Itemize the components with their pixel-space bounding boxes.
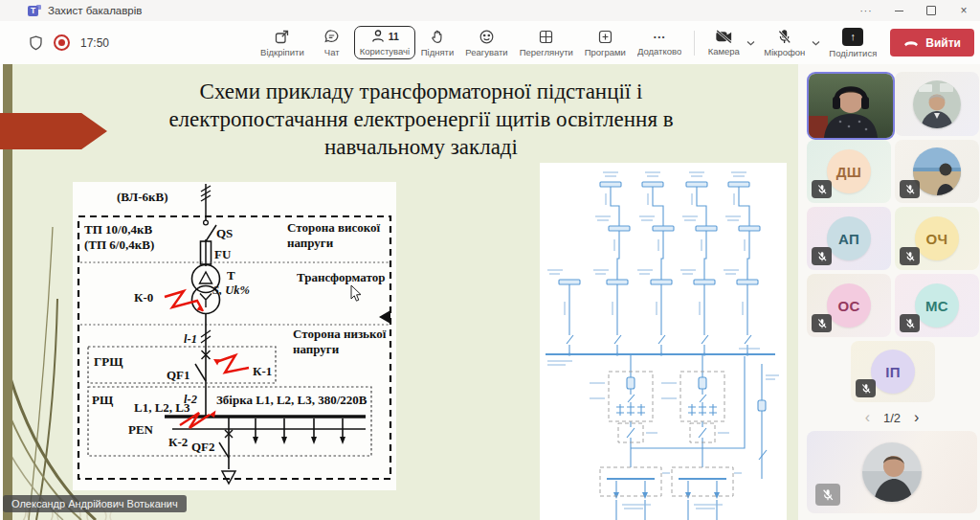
svg-text:К-0: К-0	[134, 290, 153, 305]
svg-text:Сторона високої: Сторона високої	[287, 220, 381, 235]
mic-muted-icon	[900, 180, 920, 198]
avatar-initials: ІП	[871, 350, 915, 394]
more-options-button[interactable]: ··· Додатково	[632, 27, 687, 59]
avatar	[862, 442, 922, 502]
security-shield-icon	[29, 35, 43, 51]
participant-tile-ap[interactable]: АП	[807, 207, 891, 270]
camera-off-icon	[715, 29, 733, 44]
svg-text:напруги: напруги	[293, 342, 340, 356]
svg-text:К-2: К-2	[168, 435, 188, 449]
participants-pagination: ‹ 1/2 ›	[798, 409, 980, 426]
svg-text:L1, L2, L3: L1, L2, L3	[134, 400, 190, 415]
recording-indicator-icon	[54, 34, 70, 51]
participant-tile-active-speaker[interactable]	[807, 72, 895, 140]
apps-plus-icon	[597, 29, 613, 45]
avatar-initials: ДШ	[827, 149, 871, 193]
people-button[interactable]: 11 Користувачі	[354, 26, 415, 59]
ellipsis-icon: ···	[654, 30, 666, 44]
svg-text:T: T	[227, 268, 235, 283]
chat-button[interactable]: Чат	[310, 26, 354, 60]
svg-text:l-1: l-1	[184, 332, 197, 346]
active-speaker-video	[809, 74, 893, 138]
apps-button[interactable]: Програми	[579, 26, 632, 60]
smiley-icon	[479, 29, 495, 45]
avatar-initials: ОС	[827, 283, 871, 328]
mic-off-icon	[776, 29, 792, 45]
avatar-initials: МС	[915, 283, 959, 328]
svg-text:К-1: К-1	[253, 364, 272, 378]
presenter-name-label: Олександр Андрійович Вотьканич	[3, 495, 187, 512]
participant-tile-photo-beach[interactable]	[895, 140, 979, 203]
svg-text:Трансформатор: Трансформатор	[297, 270, 385, 284]
participants-panel: ДШ АП	[798, 64, 980, 520]
participant-count: 11	[389, 31, 399, 42]
pagination-next-icon[interactable]: ›	[914, 409, 919, 426]
unpin-icon	[274, 29, 290, 45]
leave-button[interactable]: Вийти	[890, 29, 974, 57]
avatar-initials: ОЧ	[915, 216, 959, 260]
lighting-cad-diagram	[540, 163, 787, 520]
participant-tile-ms[interactable]: МС	[895, 274, 979, 337]
svg-text:РЩ: РЩ	[92, 393, 114, 407]
minimize-button[interactable]	[882, 0, 915, 21]
participant-tile-och[interactable]: ОЧ	[895, 207, 979, 270]
svg-text:напруги: напруги	[287, 236, 334, 250]
svg-text:ГРЩ: ГРЩ	[94, 354, 123, 369]
svg-text:QF2: QF2	[191, 440, 215, 454]
svg-text:l-2: l-2	[184, 393, 197, 406]
unpin-button[interactable]: Відкріпити	[255, 26, 310, 60]
mic-muted-icon	[856, 379, 876, 397]
raise-hand-icon	[430, 29, 445, 45]
mic-muted-icon	[900, 314, 920, 332]
mic-button[interactable]: Мікрофон	[758, 26, 811, 60]
svg-text:S, Uk%: S, Uk%	[212, 283, 250, 297]
svg-text:Збірка L1, L2, L3, 380/220В: Збірка L1, L2, L3, 380/220В	[216, 393, 368, 407]
teams-logo-icon: T	[28, 5, 40, 17]
svg-text:(ТП 6/0,4кВ): (ТП 6/0,4кВ)	[84, 237, 154, 252]
participant-tile-ip[interactable]: ІП	[851, 341, 935, 402]
participant-tile-bottom-photo[interactable]	[807, 431, 977, 513]
chat-icon	[323, 29, 340, 45]
share-screen-icon: ↑	[842, 28, 863, 46]
participant-tile-os[interactable]: ОС	[807, 274, 891, 337]
pagination-label: 1/2	[883, 411, 901, 425]
close-button[interactable]: ×	[947, 0, 980, 21]
meeting-timer: 17:50	[80, 36, 109, 50]
slide-title: Схеми прикладу трансформаторної підстанц…	[105, 78, 737, 161]
meeting-toolbar: 17:50 Відкріпити Чат	[0, 21, 980, 65]
participant-tile-dsh[interactable]: ДШ	[807, 140, 891, 203]
toolbar-divider	[694, 31, 695, 56]
substation-diagram: (ВЛ-6кВ) ТП 10/0,4кВ (ТП 6/0,4кВ) Сторон…	[73, 182, 396, 490]
avatar	[913, 147, 961, 195]
pagination-prev-icon[interactable]: ‹	[865, 409, 870, 426]
camera-button[interactable]: Камера	[702, 26, 746, 59]
svg-text:Сторона низької: Сторона низької	[293, 327, 387, 341]
react-button[interactable]: Реагувати	[459, 26, 513, 60]
svg-text:ТП 10/0,4кВ: ТП 10/0,4кВ	[84, 222, 152, 237]
svg-text:PEN: PEN	[128, 422, 154, 437]
restore-button[interactable]	[915, 0, 947, 21]
svg-text:(ВЛ-6кВ): (ВЛ-6кВ)	[117, 190, 168, 204]
shared-screen-stage: Схеми прикладу трансформаторної підстанц…	[0, 64, 798, 520]
mic-muted-icon	[815, 484, 840, 506]
window-titlebar: T Захист бакалаврів ··· ×	[0, 0, 980, 21]
svg-text:QF1: QF1	[167, 368, 190, 382]
camera-chevron-icon[interactable]	[746, 40, 756, 46]
window-more-icon[interactable]: ···	[850, 0, 882, 21]
hangup-icon	[903, 36, 919, 50]
avatar	[913, 80, 961, 128]
mic-muted-icon	[900, 247, 920, 265]
svg-text:QS: QS	[216, 226, 233, 240]
view-button[interactable]: Переглянути	[514, 26, 579, 60]
share-button[interactable]: ↑ Поділитися	[823, 25, 882, 61]
raise-hand-button[interactable]: Підняти	[415, 26, 460, 60]
mic-chevron-icon[interactable]	[811, 40, 821, 46]
grid-view-icon	[538, 29, 554, 45]
people-icon	[370, 29, 386, 44]
mic-muted-icon	[812, 314, 832, 332]
avatar-initials: АП	[827, 216, 871, 260]
window-title: Захист бакалаврів	[48, 5, 142, 16]
participant-tile-photo-office[interactable]	[895, 72, 979, 136]
svg-text:FU: FU	[214, 247, 232, 261]
mic-muted-icon	[812, 247, 832, 265]
